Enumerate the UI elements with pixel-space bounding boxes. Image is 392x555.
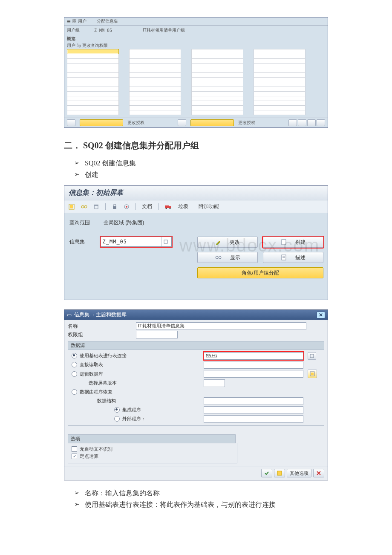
dialog-titlebar: ▭ 信息集 ：主题和数据库 ✕ — [64, 310, 328, 320]
glasses-icon — [215, 254, 222, 260]
display-label: 显示 — [230, 254, 240, 261]
nav-prev-icon[interactable] — [298, 119, 306, 126]
name-value: IT耗材领用清单信息集 — [138, 323, 184, 328]
user-assignment-panel: ☰ 匪 用户 分配信息集 用户组 Z_MM_05 IT耗材领用清单用户组 概览 … — [64, 17, 328, 128]
svg-rect-20 — [310, 354, 314, 358]
change-button[interactable]: 更改 — [197, 237, 258, 248]
display-button[interactable]: 显示 — [197, 252, 258, 263]
svg-rect-4 — [95, 205, 98, 209]
users-icon: ☰ — [67, 19, 71, 24]
user-input[interactable] — [254, 110, 306, 115]
radio-data-recover[interactable]: 数据由程序恢复 — [72, 389, 199, 395]
info-icon-button[interactable] — [274, 469, 285, 477]
radio-icon — [114, 407, 120, 413]
bullet-item: 名称：输入信息集的名称 — [74, 489, 328, 498]
svg-rect-22 — [311, 373, 314, 375]
search-help-icon[interactable] — [161, 237, 170, 246]
nav-next-icon[interactable] — [307, 119, 316, 126]
doc-icon — [281, 254, 287, 260]
cancel-button[interactable] — [313, 469, 324, 477]
search-help-icon[interactable] — [308, 352, 316, 360]
change-label: 更改 — [230, 239, 240, 246]
toolbar: 文档 垃圾 附加功能 — [64, 200, 328, 213]
lock-icon[interactable] — [112, 204, 118, 210]
svg-rect-10 — [169, 206, 171, 208]
external-input[interactable] — [204, 415, 303, 423]
no-auto-text-checkbox[interactable]: 无自动文本识别 — [72, 446, 233, 452]
user-group-row: 用户组 Z_MM_05 IT耗材领用清单用户组 — [64, 26, 328, 35]
overview-title: 概览 — [64, 35, 328, 43]
close-icon[interactable]: ✕ — [317, 312, 325, 318]
create-button[interactable]: 创建 — [263, 237, 323, 248]
radio-label: 集成程序 — [122, 407, 141, 413]
data-struct-label: 数据结构 — [97, 398, 116, 404]
auth-input[interactable] — [136, 331, 178, 338]
nav-last-icon[interactable] — [317, 119, 325, 126]
glasses-icon[interactable] — [81, 204, 87, 210]
change-auth-button-1[interactable] — [80, 119, 123, 126]
svg-point-8 — [126, 206, 127, 208]
trash-icon[interactable] — [93, 204, 99, 210]
create-label: 创建 — [295, 239, 306, 246]
change-auth-button-2[interactable] — [190, 119, 234, 126]
user-group-label: 用户组 — [67, 27, 80, 33]
addon-label[interactable]: 附加功能 — [199, 203, 219, 210]
assign-users-button[interactable]: ☰ 匪 用户 — [67, 18, 86, 24]
right-buttons: 更改 创建 显示 描述 — [197, 237, 323, 278]
describe-button[interactable]: 描述 — [263, 252, 323, 263]
svg-rect-23 — [277, 471, 282, 475]
scope-label: 查询范围 — [69, 219, 95, 226]
alloc-infoset-button[interactable]: 分配信息集 — [97, 18, 118, 24]
options-box: 无自动文本识别 ✓ 定点运算 — [68, 443, 237, 463]
footer-btn1-label: 更改授权 — [127, 120, 144, 126]
trash-label[interactable]: 垃圾 — [178, 203, 188, 210]
new-doc-icon — [281, 239, 287, 245]
bullet-text: 使用基础表进行表连接：将此表作为基础表，与别的表进行连接 — [85, 500, 276, 509]
ok-button[interactable] — [261, 469, 272, 477]
nav-first-icon[interactable] — [288, 119, 297, 126]
other-options-button[interactable]: 其他选项 — [287, 469, 311, 477]
datasource-box: 使用基础表进行表连接 MSEG 直接读取表 — [68, 350, 324, 426]
role-assign-label: 角色/用户组分配 — [242, 269, 279, 277]
radio-table-join[interactable]: 使用基础表进行表连接 — [72, 353, 199, 359]
assign-users-label: 匪 用户 — [72, 18, 86, 24]
footer: 更改授权 更改授权 — [64, 118, 328, 127]
select-all-icon[interactable] — [67, 119, 75, 126]
clock-icon[interactable] — [124, 204, 130, 210]
create-icon[interactable] — [69, 204, 75, 210]
svg-point-16 — [219, 256, 221, 259]
bullet-text: 名称：输入信息集的名称 — [85, 489, 160, 498]
bullet-item: 创建 — [74, 171, 328, 179]
radio-logical-db[interactable]: 逻辑数据库 — [72, 371, 199, 377]
radio-external[interactable]: 外部程序： — [72, 416, 199, 422]
check-icon — [264, 471, 269, 476]
detail-icon[interactable] — [308, 370, 317, 378]
role-assign-button[interactable]: 角色/用户组分配 — [197, 267, 323, 278]
footer-btn2-label: 更改授权 — [238, 120, 255, 126]
radio-direct-read[interactable]: 直接读取表 — [72, 361, 199, 368]
overview-sub: 用户 与 更改查询权限 — [64, 43, 328, 49]
direct-read-input[interactable] — [204, 361, 303, 369]
user-input[interactable] — [129, 110, 181, 115]
svg-rect-9 — [165, 205, 169, 208]
radio-integrated[interactable]: 集成程序 — [72, 407, 199, 413]
name-input[interactable]: IT耗材领用清单信息集 — [136, 322, 306, 330]
fixed-point-checkbox[interactable]: ✓ 定点运算 — [72, 453, 233, 460]
docs-label[interactable]: 文档 — [142, 203, 152, 210]
table-value: MSEG — [206, 353, 217, 358]
data-struct-input[interactable] — [204, 397, 303, 405]
user-input[interactable] — [191, 110, 243, 115]
select-all-icon[interactable] — [178, 119, 186, 126]
logical-db-input[interactable] — [204, 370, 303, 378]
user-input[interactable] — [67, 110, 119, 115]
bullet-item: SQ02 创建信息集 — [74, 159, 328, 168]
table-input[interactable]: MSEG — [204, 352, 303, 360]
infoset-value: Z_MM_05 — [103, 239, 127, 245]
integrated-input[interactable] — [204, 406, 303, 414]
svg-rect-6 — [113, 206, 116, 209]
svg-rect-14 — [282, 240, 286, 245]
screen-version-input[interactable] — [204, 379, 225, 387]
radio-label: 使用基础表进行表连接 — [80, 353, 127, 359]
infoset-input[interactable]: Z_MM_05 — [101, 237, 172, 247]
truck-icon[interactable] — [164, 204, 172, 210]
